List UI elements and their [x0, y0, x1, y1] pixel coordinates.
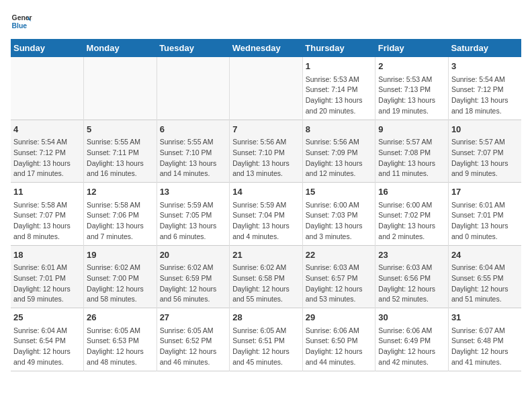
- calendar-cell: [230, 57, 303, 120]
- day-info: Sunrise: 5:56 AM Sunset: 7:09 PM Dayligh…: [306, 137, 373, 179]
- day-number: 25: [13, 311, 81, 324]
- day-number: 6: [160, 123, 227, 136]
- calendar-cell: 22Sunrise: 6:03 AM Sunset: 6:57 PM Dayli…: [302, 245, 375, 308]
- calendar-cell: 3Sunrise: 5:54 AM Sunset: 7:12 PM Daylig…: [448, 57, 521, 120]
- day-number: 20: [160, 248, 227, 262]
- calendar-week-row: 11Sunrise: 5:58 AM Sunset: 7:07 PM Dayli…: [11, 183, 521, 246]
- day-header: Saturday: [448, 39, 521, 57]
- day-number: 15: [306, 185, 373, 199]
- day-number: 10: [451, 123, 519, 136]
- day-info: Sunrise: 5:53 AM Sunset: 7:14 PM Dayligh…: [306, 75, 373, 117]
- day-number: 4: [13, 123, 81, 136]
- day-info: Sunrise: 5:54 AM Sunset: 7:12 PM Dayligh…: [13, 137, 81, 179]
- day-number: 18: [13, 248, 81, 262]
- day-info: Sunrise: 5:57 AM Sunset: 7:07 PM Dayligh…: [451, 137, 519, 179]
- day-number: 29: [306, 311, 373, 324]
- day-number: 28: [232, 311, 300, 324]
- day-info: Sunrise: 6:00 AM Sunset: 7:02 PM Dayligh…: [378, 200, 445, 242]
- day-number: 19: [87, 248, 154, 262]
- day-info: Sunrise: 6:05 AM Sunset: 6:53 PM Dayligh…: [87, 326, 154, 368]
- calendar-cell: 8Sunrise: 5:56 AM Sunset: 7:09 PM Daylig…: [302, 120, 375, 183]
- calendar-cell: 26Sunrise: 6:05 AM Sunset: 6:53 PM Dayli…: [84, 308, 157, 371]
- day-info: Sunrise: 6:02 AM Sunset: 6:58 PM Dayligh…: [232, 263, 300, 305]
- calendar-cell: [84, 57, 157, 120]
- calendar-cell: 16Sunrise: 6:00 AM Sunset: 7:02 PM Dayli…: [375, 183, 449, 246]
- day-number: 3: [451, 60, 519, 73]
- day-number: 12: [87, 185, 154, 199]
- day-info: Sunrise: 6:03 AM Sunset: 6:56 PM Dayligh…: [378, 263, 445, 305]
- day-number: 23: [378, 248, 445, 262]
- day-header: Thursday: [302, 39, 375, 57]
- calendar-cell: 15Sunrise: 6:00 AM Sunset: 7:03 PM Dayli…: [302, 183, 375, 246]
- svg-text:General: General: [12, 14, 32, 21]
- day-info: Sunrise: 5:55 AM Sunset: 7:11 PM Dayligh…: [87, 137, 154, 179]
- calendar-cell: [157, 57, 230, 120]
- day-number: 11: [13, 185, 81, 199]
- day-info: Sunrise: 6:06 AM Sunset: 6:50 PM Dayligh…: [306, 326, 373, 368]
- day-header: Tuesday: [157, 39, 230, 57]
- day-number: 7: [232, 123, 300, 136]
- day-number: 31: [451, 311, 519, 324]
- calendar-cell: 24Sunrise: 6:04 AM Sunset: 6:55 PM Dayli…: [448, 245, 521, 308]
- day-info: Sunrise: 6:04 AM Sunset: 6:54 PM Dayligh…: [13, 326, 81, 368]
- day-info: Sunrise: 5:58 AM Sunset: 7:06 PM Dayligh…: [87, 200, 154, 242]
- calendar-cell: 19Sunrise: 6:02 AM Sunset: 7:00 PM Dayli…: [84, 245, 157, 308]
- day-number: 26: [87, 311, 154, 324]
- day-info: Sunrise: 5:59 AM Sunset: 7:04 PM Dayligh…: [232, 200, 300, 242]
- day-info: Sunrise: 5:59 AM Sunset: 7:05 PM Dayligh…: [160, 200, 227, 242]
- day-number: 16: [378, 185, 445, 199]
- day-header: Sunday: [11, 39, 84, 57]
- calendar-cell: 27Sunrise: 6:05 AM Sunset: 6:52 PM Dayli…: [157, 308, 230, 371]
- day-number: 2: [378, 60, 445, 73]
- day-info: Sunrise: 6:07 AM Sunset: 6:48 PM Dayligh…: [451, 326, 519, 368]
- calendar-table: SundayMondayTuesdayWednesdayThursdayFrid…: [11, 39, 521, 371]
- calendar-week-row: 4Sunrise: 5:54 AM Sunset: 7:12 PM Daylig…: [11, 120, 521, 183]
- day-info: Sunrise: 5:54 AM Sunset: 7:12 PM Dayligh…: [451, 75, 519, 117]
- day-header: Friday: [375, 39, 449, 57]
- calendar-cell: 9Sunrise: 5:57 AM Sunset: 7:08 PM Daylig…: [375, 120, 449, 183]
- day-info: Sunrise: 6:05 AM Sunset: 6:52 PM Dayligh…: [160, 326, 227, 368]
- calendar-cell: 30Sunrise: 6:06 AM Sunset: 6:49 PM Dayli…: [375, 308, 449, 371]
- calendar-cell: 21Sunrise: 6:02 AM Sunset: 6:58 PM Dayli…: [230, 245, 303, 308]
- calendar-cell: 13Sunrise: 5:59 AM Sunset: 7:05 PM Dayli…: [157, 183, 230, 246]
- day-info: Sunrise: 6:04 AM Sunset: 6:55 PM Dayligh…: [451, 263, 519, 305]
- logo: General Blue: [11, 11, 32, 32]
- calendar-cell: 5Sunrise: 5:55 AM Sunset: 7:11 PM Daylig…: [84, 120, 157, 183]
- day-info: Sunrise: 5:57 AM Sunset: 7:08 PM Dayligh…: [378, 137, 445, 179]
- day-info: Sunrise: 6:02 AM Sunset: 6:59 PM Dayligh…: [160, 263, 227, 305]
- calendar-cell: 6Sunrise: 5:55 AM Sunset: 7:10 PM Daylig…: [157, 120, 230, 183]
- day-number: 30: [378, 311, 445, 324]
- day-info: Sunrise: 6:00 AM Sunset: 7:03 PM Dayligh…: [306, 200, 373, 242]
- calendar-cell: 23Sunrise: 6:03 AM Sunset: 6:56 PM Dayli…: [375, 245, 449, 308]
- calendar-cell: 10Sunrise: 5:57 AM Sunset: 7:07 PM Dayli…: [448, 120, 521, 183]
- day-number: 13: [160, 185, 227, 199]
- page-header: General Blue: [11, 11, 521, 32]
- calendar-cell: 31Sunrise: 6:07 AM Sunset: 6:48 PM Dayli…: [448, 308, 521, 371]
- calendar-cell: 7Sunrise: 5:56 AM Sunset: 7:10 PM Daylig…: [230, 120, 303, 183]
- day-number: 24: [451, 248, 519, 262]
- logo-icon: General Blue: [11, 11, 32, 32]
- day-info: Sunrise: 6:02 AM Sunset: 7:00 PM Dayligh…: [87, 263, 154, 305]
- calendar-cell: 2Sunrise: 5:53 AM Sunset: 7:13 PM Daylig…: [375, 57, 449, 120]
- calendar-cell: 25Sunrise: 6:04 AM Sunset: 6:54 PM Dayli…: [11, 308, 84, 371]
- day-info: Sunrise: 5:53 AM Sunset: 7:13 PM Dayligh…: [378, 75, 445, 117]
- day-info: Sunrise: 6:05 AM Sunset: 6:51 PM Dayligh…: [232, 326, 300, 368]
- calendar-week-row: 25Sunrise: 6:04 AM Sunset: 6:54 PM Dayli…: [11, 308, 521, 371]
- day-info: Sunrise: 6:01 AM Sunset: 7:01 PM Dayligh…: [451, 200, 519, 242]
- calendar-header-row: SundayMondayTuesdayWednesdayThursdayFrid…: [11, 39, 521, 57]
- calendar-cell: 17Sunrise: 6:01 AM Sunset: 7:01 PM Dayli…: [448, 183, 521, 246]
- calendar-cell: 4Sunrise: 5:54 AM Sunset: 7:12 PM Daylig…: [11, 120, 84, 183]
- day-number: 22: [306, 248, 373, 262]
- calendar-cell: 11Sunrise: 5:58 AM Sunset: 7:07 PM Dayli…: [11, 183, 84, 246]
- calendar-cell: 14Sunrise: 5:59 AM Sunset: 7:04 PM Dayli…: [230, 183, 303, 246]
- svg-text:Blue: Blue: [12, 22, 28, 30]
- day-number: 17: [451, 185, 519, 199]
- day-number: 9: [378, 123, 445, 136]
- day-info: Sunrise: 6:01 AM Sunset: 7:01 PM Dayligh…: [13, 263, 81, 305]
- day-number: 21: [232, 248, 300, 262]
- calendar-week-row: 1Sunrise: 5:53 AM Sunset: 7:14 PM Daylig…: [11, 57, 521, 120]
- day-info: Sunrise: 5:55 AM Sunset: 7:10 PM Dayligh…: [160, 137, 227, 179]
- calendar-cell: [11, 57, 84, 120]
- calendar-week-row: 18Sunrise: 6:01 AM Sunset: 7:01 PM Dayli…: [11, 245, 521, 308]
- calendar-cell: 12Sunrise: 5:58 AM Sunset: 7:06 PM Dayli…: [84, 183, 157, 246]
